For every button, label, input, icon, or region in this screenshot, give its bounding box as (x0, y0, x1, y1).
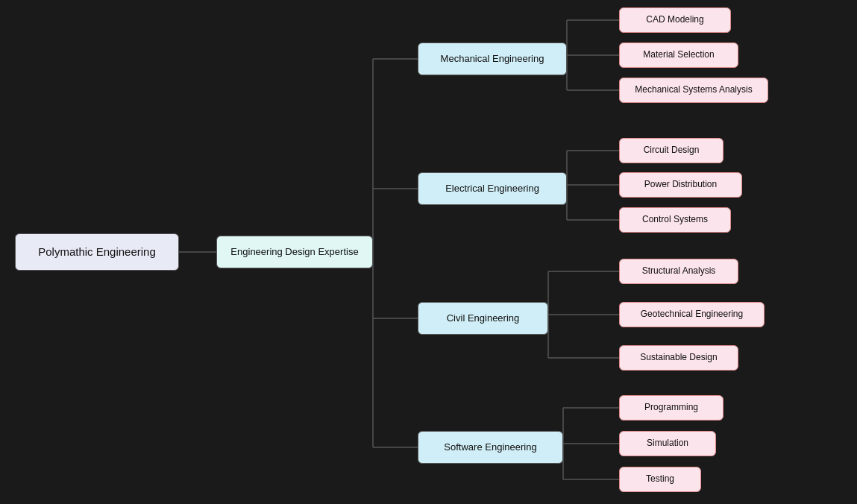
node-engineering-design-expertise: Engineering Design Expertise (216, 236, 373, 268)
mindmap-container: Polymathic EngineeringEngineering Design… (0, 0, 857, 504)
node-material-selection: Material Selection (619, 42, 738, 68)
node-power-distribution: Power Distribution (619, 172, 742, 198)
node-simulation: Simulation (619, 431, 716, 456)
node-mechanical-engineering: Mechanical Engineering (418, 42, 567, 75)
node-electrical-engineering: Electrical Engineering (418, 172, 567, 205)
node-circuit-design: Circuit Design (619, 138, 723, 163)
node-programming: Programming (619, 395, 723, 420)
node-geotechnical-engineering: Geotechnical Engineering (619, 302, 765, 327)
node-mechanical-systems-analysis: Mechanical Systems Analysis (619, 78, 768, 103)
node-software-engineering: Software Engineering (418, 431, 563, 464)
node-polymathic-engineering: Polymathic Engineering (15, 233, 179, 271)
node-structural-analysis: Structural Analysis (619, 259, 738, 284)
node-cad-modeling: CAD Modeling (619, 7, 731, 33)
node-sustainable-design: Sustainable Design (619, 345, 738, 371)
node-testing: Testing (619, 467, 701, 492)
node-civil-engineering: Civil Engineering (418, 302, 548, 335)
node-control-systems: Control Systems (619, 207, 731, 233)
